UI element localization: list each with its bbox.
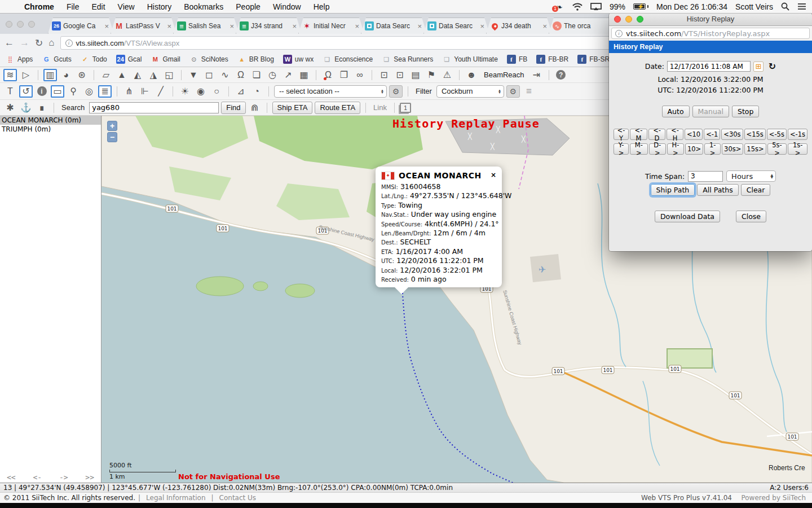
menu-view[interactable]: View xyxy=(118,2,135,11)
step-back-30s[interactable]: <30s xyxy=(721,129,743,140)
popup-close-icon[interactable]: × xyxy=(491,171,496,179)
history-window-titlebar[interactable]: History Replay xyxy=(609,12,812,26)
airplay-icon[interactable] xyxy=(590,3,602,11)
step-fwd-year[interactable]: Y-> xyxy=(614,143,629,155)
tab-close-icon[interactable]: × xyxy=(291,22,298,30)
port-db-icon[interactable]: ▦ xyxy=(297,69,311,81)
alarm-log-icon[interactable]: Ω xyxy=(321,69,335,81)
step-back-1s[interactable]: <-1s xyxy=(788,129,807,140)
pin-icon[interactable]: ⚲ xyxy=(67,85,80,98)
menu-clock[interactable]: Mon Dec 26 1:06:34 xyxy=(656,2,727,11)
tab-data-search-1[interactable]: Data Searc× xyxy=(361,17,427,34)
zoom-out-button[interactable]: − xyxy=(107,132,117,142)
route-nodes-icon[interactable]: ∿ xyxy=(218,69,232,81)
link-label[interactable]: Link xyxy=(373,103,387,112)
tab-close-icon[interactable]: × xyxy=(416,22,423,30)
tab-data-search-2[interactable]: Data Searc× xyxy=(423,17,489,34)
bookmark-todo[interactable]: ✓Todo xyxy=(81,55,107,64)
lamp-on-icon[interactable]: ☀ xyxy=(178,85,192,98)
step-fwd-15s[interactable]: 15s> xyxy=(744,143,766,155)
filter-list-icon[interactable]: ≡ xyxy=(522,85,536,98)
history-address-bar[interactable]: i vts.siitech.com/VTS/HistoryReplay.aspx xyxy=(609,26,812,41)
tab-j34-strand[interactable]: ≣J34 strand× xyxy=(236,17,302,34)
step-back-10min[interactable]: <10 xyxy=(685,129,703,140)
bookmark-apps[interactable]: ⣿Apps xyxy=(6,55,33,64)
vessel-list-item[interactable]: OCEAN MONARCH (0m) xyxy=(0,116,101,125)
overlay-b-icon[interactable]: ◮ xyxy=(147,69,160,81)
globe-dark-icon[interactable]: ◕ xyxy=(59,69,73,81)
step-back-15s[interactable]: <15s xyxy=(744,129,766,140)
step-fwd-30s[interactable]: 30s> xyxy=(722,143,743,155)
wind-barb-icon[interactable]: ⋔ xyxy=(122,85,136,98)
location-settings-gear-icon[interactable]: ⚙ xyxy=(389,85,403,98)
calendar-picker-icon[interactable]: ⊞ xyxy=(753,62,764,72)
vessel-list-item[interactable]: TRIUMPH (0m) xyxy=(0,125,101,134)
time-span-unit-select[interactable]: Hours▲▼ xyxy=(726,170,776,182)
window-controls[interactable] xyxy=(6,21,35,28)
chart-map-icon[interactable]: ▱ xyxy=(99,69,113,81)
step-back-hour[interactable]: <-H xyxy=(667,129,683,140)
tab-salish-sea[interactable]: ≣Salish Sea× xyxy=(173,17,239,34)
page-info-icon[interactable]: i xyxy=(615,30,623,37)
help-icon[interactable]: ? xyxy=(554,69,568,81)
vessel-icon[interactable]: ⚓ xyxy=(19,102,33,114)
step-fwd-1min[interactable]: 1-> xyxy=(704,143,721,155)
import-b-icon[interactable]: ⊡ xyxy=(393,69,407,81)
filter-settings-gear-icon[interactable]: ⚙ xyxy=(506,85,520,98)
bookmark-gmail[interactable]: MGmail xyxy=(151,55,180,64)
tab-lastpass[interactable]: MLastPass V× xyxy=(111,17,176,34)
pager-last[interactable]: >> xyxy=(85,473,94,481)
legal-link[interactable]: Legal Information xyxy=(146,494,205,502)
step-back-1min[interactable]: <-1 xyxy=(704,129,720,140)
zoom-in-button[interactable]: + xyxy=(107,121,117,131)
bookmark-uw-wx[interactable]: Wuw wx xyxy=(283,55,314,64)
tab-j34-death[interactable]: J34 death× xyxy=(486,17,552,34)
lamp-off-icon[interactable]: ○ xyxy=(210,85,223,98)
layers-icon[interactable]: ≋ xyxy=(3,69,17,81)
tab-close-icon[interactable]: × xyxy=(354,22,360,30)
time-span-input[interactable] xyxy=(688,171,723,182)
pager-first[interactable]: << xyxy=(7,473,16,481)
menu-help[interactable]: Help xyxy=(314,2,330,11)
select-area-icon[interactable]: ◻ xyxy=(202,69,216,81)
bookmark-fb[interactable]: fFB xyxy=(507,55,527,64)
tab-initial-necropsy[interactable]: ✶Initial Necr× xyxy=(298,17,364,34)
tab-close-icon[interactable]: × xyxy=(228,22,235,30)
tab-close-icon[interactable]: × xyxy=(166,22,173,30)
elevation-icon[interactable]: ▲ xyxy=(115,69,129,81)
warning-icon[interactable]: ⚠ xyxy=(440,69,454,81)
reload-icon[interactable]: ↻ xyxy=(35,37,43,49)
step-fwd-10min[interactable]: 10> xyxy=(685,143,703,155)
home-icon[interactable]: ⌂ xyxy=(48,37,54,49)
tiles-icon[interactable]: ◱ xyxy=(162,69,176,81)
tab-the-orca[interactable]: ∿The orca xyxy=(549,17,615,34)
bookmark-sea-runners[interactable]: ❏Sea Runners xyxy=(382,55,433,64)
find-button[interactable]: Find xyxy=(221,102,245,114)
lamp-icon[interactable]: ◉ xyxy=(194,85,208,98)
auto-button[interactable]: Auto xyxy=(662,106,690,117)
menu-chrome[interactable]: Chrome xyxy=(24,2,54,11)
route-eta-button[interactable]: Route ETA xyxy=(315,102,360,114)
close-window-button[interactable] xyxy=(614,16,621,23)
all-paths-button[interactable]: All Paths xyxy=(697,184,738,196)
menu-window[interactable]: Window xyxy=(273,2,301,11)
undo-icon[interactable]: ↺ xyxy=(19,85,33,98)
menu-user[interactable]: Scott Veirs xyxy=(735,2,773,11)
menu-people[interactable]: People xyxy=(236,2,261,11)
window-controls[interactable] xyxy=(614,16,643,23)
filter-funnel-icon[interactable]: ▼ xyxy=(187,69,200,81)
notification-center-icon[interactable] xyxy=(797,3,806,10)
report-doc-icon[interactable]: ❏ xyxy=(250,69,263,81)
app-notification-icon[interactable]: ❧ 1 xyxy=(554,2,564,11)
measure-icon[interactable]: ↗ xyxy=(281,69,295,81)
bookmark-br-blog[interactable]: ▲BR Blog xyxy=(237,55,274,64)
stop-button[interactable]: Stop xyxy=(732,106,759,117)
location-select[interactable]: -- select location --▲▼ xyxy=(274,85,387,98)
menu-file[interactable]: File xyxy=(67,2,80,11)
bookmark-scinotes[interactable]: ⊙SciNotes xyxy=(189,55,228,64)
center-target-icon[interactable]: ◎ xyxy=(82,85,96,98)
step-back-5s[interactable]: <-5s xyxy=(767,129,787,140)
back-icon[interactable]: ← xyxy=(5,37,14,49)
gauge-icon[interactable]: ◔ xyxy=(250,85,263,98)
menu-history[interactable]: History xyxy=(147,2,172,11)
